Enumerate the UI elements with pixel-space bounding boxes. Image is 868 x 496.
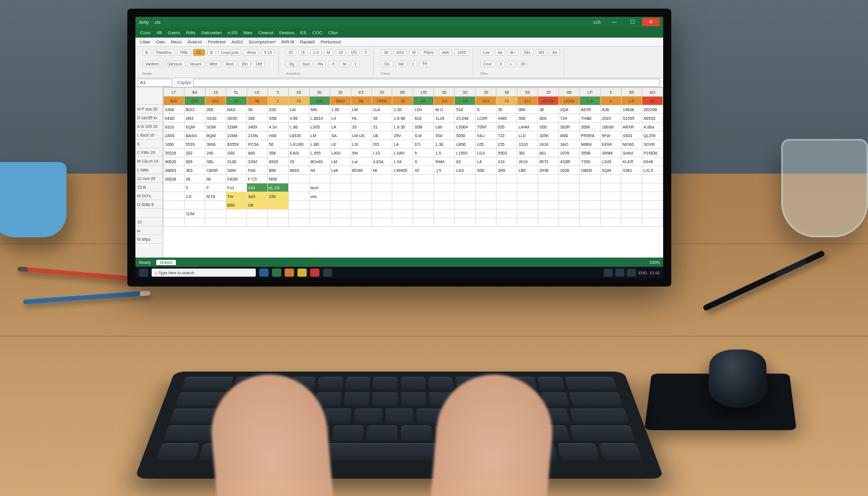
cell[interactable] xyxy=(372,175,392,183)
cell[interactable]: L.8 30 xyxy=(392,123,413,131)
cell[interactable]: MB6K xyxy=(580,140,601,149)
cell[interactable]: T356 xyxy=(580,157,601,166)
cell[interactable] xyxy=(288,210,309,218)
ribbon-button[interactable]: Mun xyxy=(223,61,237,67)
cell[interactable]: -] 5 xyxy=(434,166,455,175)
ribbon-tab[interactable]: Rdts xyxy=(186,30,195,35)
cell[interactable]: S0M xyxy=(226,166,247,175)
cell[interactable]: 558 xyxy=(517,114,538,123)
cell[interactable]: LA4M xyxy=(517,123,538,131)
cell[interactable]: S xyxy=(476,105,496,114)
cell[interactable]: LS45 xyxy=(601,157,621,166)
cell[interactable] xyxy=(413,192,434,201)
ribbon-tab[interactable]: Cosc xyxy=(140,30,150,35)
cell[interactable]: 2028 xyxy=(559,166,580,175)
cell[interactable]: BAS xyxy=(226,105,247,114)
row-header[interactable]: C Kttts 19 xyxy=(135,148,163,157)
cell[interactable]: CBSR xyxy=(205,166,226,175)
row-header[interactable]: L Ba:8 19 xyxy=(135,131,163,139)
cell[interactable]: 2619 xyxy=(517,157,538,166)
cell[interactable] xyxy=(476,175,496,183)
cell[interactable]: $3559 xyxy=(226,140,247,149)
header-cell[interactable]: 411 xyxy=(517,97,538,105)
cell[interactable] xyxy=(621,175,642,183)
cell[interactable]: 22K xyxy=(267,192,288,201)
cell[interactable]: S26 xyxy=(267,105,288,114)
row-header[interactable]: 11 non 20 xyxy=(135,174,163,183)
header-cell[interactable]: 330 xyxy=(309,97,330,105)
cell[interactable]: LA xyxy=(330,123,351,131)
cell[interactable]: LAI xyxy=(288,105,309,114)
cell[interactable] xyxy=(392,175,413,183)
cell[interactable]: 4485 xyxy=(496,114,517,123)
cell[interactable] xyxy=(476,218,496,227)
cell[interactable]: Sofo4 xyxy=(621,149,642,157)
cell[interactable] xyxy=(517,192,538,201)
cell[interactable] xyxy=(288,175,309,183)
cell[interactable]: 518 xyxy=(455,105,476,114)
row-header[interactable]: O 028s 8 xyxy=(135,200,163,209)
cell[interactable] xyxy=(601,210,621,218)
ribbon-button[interactable]: Slrs xyxy=(521,49,534,56)
cell[interactable] xyxy=(413,201,434,210)
cell[interactable]: 724 xyxy=(559,114,580,123)
ribbon-button[interactable]: 5 xyxy=(362,49,370,56)
cell[interactable]: LB50 xyxy=(455,140,476,149)
cell[interactable]: 215N xyxy=(247,131,267,140)
cell[interactable] xyxy=(372,192,392,201)
column-header[interactable]: E5 xyxy=(351,88,372,97)
cell[interactable] xyxy=(330,183,351,192)
cell[interactable]: S00 xyxy=(538,123,559,131)
taskbar-app-icon[interactable] xyxy=(310,269,319,277)
cell[interactable]: L.855 xyxy=(309,149,330,157)
cell[interactable] xyxy=(413,210,434,218)
cell[interactable]: S503 xyxy=(621,131,642,140)
cell[interactable] xyxy=(309,175,330,183)
cell[interactable]: 5050 xyxy=(455,131,476,140)
cell[interactable] xyxy=(559,201,580,210)
ribbon-button[interactable]: 19 xyxy=(336,49,346,56)
cell[interactable]: SSM xyxy=(247,157,267,166)
cell[interactable]: 601 xyxy=(538,149,559,157)
cell[interactable]: 1.5 xyxy=(434,149,455,157)
cell[interactable]: E648 xyxy=(642,157,663,166)
ribbon-button[interactable]: 1 xyxy=(351,61,359,67)
ribbon-button[interactable]: Ise xyxy=(396,61,407,67)
column-header[interactable]: 5 xyxy=(601,88,621,97)
cell[interactable]: SBL xyxy=(205,157,226,166)
cell[interactable]: E6SK xyxy=(601,140,621,149)
cell[interactable]: LSI xyxy=(351,140,372,149)
cell[interactable]: 240 xyxy=(205,149,226,157)
ribbon-button[interactable]: 1-0 xyxy=(310,49,322,56)
cell[interactable]: L86 xyxy=(434,123,455,131)
cell[interactable]: 1.85 xyxy=(330,105,351,114)
header-cell[interactable]: 3B xyxy=(455,97,476,105)
cells-grid[interactable]: LTB4105LLE5283E35E535B51353E3D353B5S358B… xyxy=(163,87,663,258)
ribbon-button[interactable]: B xyxy=(207,49,216,56)
cell[interactable] xyxy=(601,175,621,183)
row-header[interactable]: M 89ps xyxy=(135,235,163,244)
cell[interactable]: 303. xyxy=(184,166,205,175)
cell[interactable] xyxy=(517,210,538,218)
column-header[interactable]: 10 xyxy=(205,88,226,97)
cell[interactable]: BOn01 xyxy=(309,157,330,166)
cell[interactable] xyxy=(330,218,351,227)
ribbon-button[interactable]: 30 xyxy=(518,61,528,67)
ribbon-button[interactable]: As xyxy=(550,49,560,56)
cell[interactable]: 28 xyxy=(184,175,205,183)
cell[interactable]: AE55 xyxy=(580,105,601,114)
ribbon-tab[interactable]: COC xyxy=(312,30,322,35)
header-cell[interactable]: S0725 xyxy=(538,97,559,105)
header-cell[interactable]: 215 xyxy=(476,97,496,105)
cell[interactable]: BOO xyxy=(184,105,205,114)
cell[interactable]: LAS xyxy=(455,166,476,175)
cell[interactable] xyxy=(247,218,267,227)
cell[interactable]: ARXR xyxy=(621,123,642,131)
cell[interactable] xyxy=(392,218,413,227)
ribbon-button[interactable]: 01 xyxy=(286,49,296,56)
cell[interactable]: 2268 xyxy=(164,105,185,114)
cell[interactable] xyxy=(351,218,372,227)
row-header[interactable]: 19 xyxy=(135,218,163,226)
cell[interactable] xyxy=(226,210,247,218)
cell[interactable]: 5 xyxy=(413,149,434,157)
